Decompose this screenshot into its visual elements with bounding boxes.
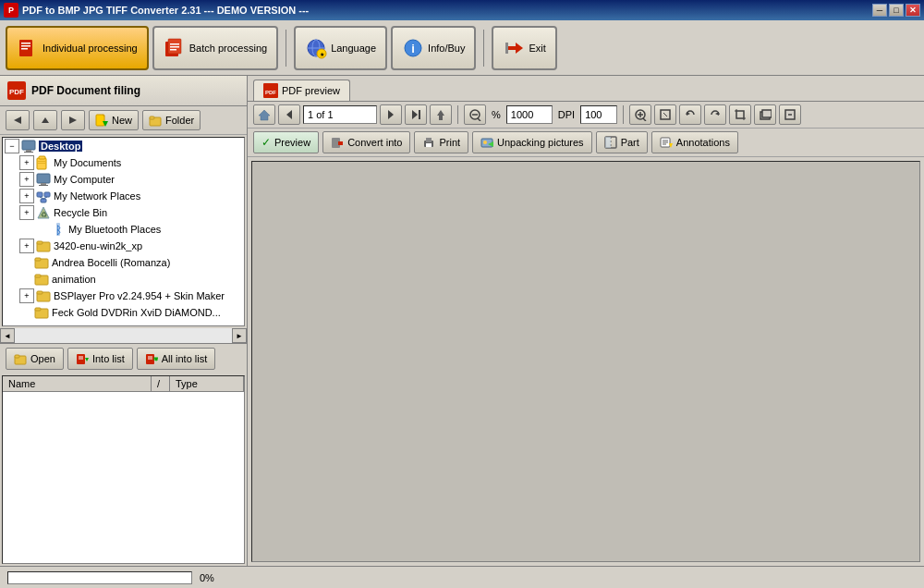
hscroll-track[interactable] [15,328,232,343]
tree-item-my-bluetooth-places[interactable]: ᛒ My Bluetooth Places [3,221,244,238]
file-tree[interactable]: − Desktop + [2,137,245,326]
file-list[interactable]: Name / Type [2,375,245,565]
tree-item-3420[interactable]: + 3420-enu-win2k_xp [3,238,244,254]
svg-rect-40 [44,192,50,197]
batch-processing-label: Batch processing [189,43,267,54]
svg-rect-6 [170,43,179,45]
svg-text:PDF: PDF [265,90,276,95]
hscroll-left-button[interactable]: ◄ [0,328,15,343]
my-network-places-icon [36,189,51,203]
tree-item-bsplayer[interactable]: + BSPlayer Pro v2.24.954 + Skin Maker [3,288,244,304]
tree-item-my-documents[interactable]: + My Documents [3,154,244,171]
expand-recycle-bin[interactable]: + [19,205,34,220]
expand-my-computer[interactable]: + [19,172,34,187]
sort-column-header[interactable]: / [152,376,170,391]
hscroll-right-button[interactable]: ► [232,328,247,343]
svg-rect-30 [26,150,31,152]
tree-item-animation[interactable]: animation [3,271,244,288]
minimize-button[interactable]: ─ [872,4,887,17]
into-list-button[interactable]: Into list [67,348,133,370]
expand-3420[interactable]: + [19,239,34,253]
svg-rect-37 [41,183,46,185]
svg-rect-51 [35,258,41,261]
infobuy-icon: i [402,37,424,59]
rotate-left-button[interactable] [679,104,701,125]
svg-text:i: i [411,42,415,55]
open-button[interactable]: Open [6,348,64,370]
my-network-places-label: My Network Places [54,190,140,202]
next-page-button[interactable] [380,104,402,125]
last-page-button[interactable] [405,104,427,125]
svg-marker-87 [715,112,719,116]
prev-page-button[interactable] [278,104,300,125]
unpacking-pictures-button[interactable]: Unpacking pictures [472,131,592,153]
expand-my-documents[interactable]: + [19,155,34,170]
crop-button[interactable] [729,104,751,125]
preview-button[interactable]: ✓ Preview [253,131,319,153]
infobuy-button[interactable]: i Info/Buy [391,26,476,70]
unpacking-icon [480,136,493,149]
download-button[interactable] [430,104,452,125]
pdf-preview-tab[interactable]: PDF PDF preview [253,80,350,101]
zoom-input[interactable]: 1000 [506,105,553,124]
title-bar-left: P PDF to BMP JPG TIFF Converter 2.31 ---… [4,3,309,18]
home-button[interactable] [253,104,275,125]
type-column-header[interactable]: Type [170,376,244,391]
svg-rect-7 [170,46,179,48]
nav-separator-2 [623,105,624,124]
3420-label: 3420-enu-win2k_xp [54,240,142,251]
dpi-input[interactable]: 100 [580,105,617,124]
up-button[interactable] [33,110,57,130]
annotations-button[interactable]: Annotations [651,131,738,153]
tree-item-my-network-places[interactable]: + My Network Places [3,188,244,204]
tree-item-my-computer[interactable]: + My Computer [3,171,244,188]
forward-button[interactable] [61,110,85,130]
zoom-in-button[interactable] [629,104,651,125]
convert-into-button[interactable]: Convert into [322,131,410,153]
individual-processing-button[interactable]: Individual processing [6,26,149,70]
tree-item-desktop[interactable]: − Desktop [3,138,244,154]
svg-rect-1 [21,43,30,44]
page-input[interactable] [303,105,377,124]
expand-my-network-places[interactable]: + [19,189,34,203]
close-button[interactable]: ✕ [906,4,920,17]
expand-bsplayer[interactable]: + [19,288,34,303]
my-computer-icon [36,172,51,187]
expand-button[interactable] [754,104,776,125]
all-into-list-button[interactable]: All into list [137,348,216,370]
tree-item-andrea-bocelli[interactable]: Andrea Bocelli (Romanza) [3,254,244,271]
new-button-label: New [112,115,132,126]
name-column-header[interactable]: Name [3,376,152,391]
print-button[interactable]: Print [414,131,468,153]
svg-marker-86 [687,112,690,116]
svg-marker-63 [85,358,89,361]
feck-gold-icon [34,305,49,320]
tree-item-recycle-bin[interactable]: + ♻ Recycle Bin [3,204,244,221]
rotate-right-button[interactable] [704,104,726,125]
tree-item-feck-gold[interactable]: Feck Gold DVDRin XviD DiAMOND... [3,304,244,321]
expand-desktop[interactable]: − [5,139,19,153]
folder-button[interactable]: Folder [142,110,201,130]
right-panel: PDF PDF preview [248,76,924,566]
svg-rect-35 [38,163,45,164]
annotations-icon [660,136,673,149]
window-title: PDF to BMP JPG TIFF Converter 2.31 --- D… [22,5,309,16]
my-documents-icon [36,155,51,170]
maximize-button[interactable]: □ [889,4,904,17]
zoom-out-button[interactable] [464,104,486,125]
part-button[interactable]: Part [596,131,648,153]
svg-rect-88 [736,111,744,118]
back-button[interactable] [6,110,30,130]
my-computer-label: My Computer [54,174,115,185]
preview-actions: ✓ Preview Convert into Print [248,129,924,157]
zoom-fit-button[interactable] [654,104,676,125]
new-button[interactable]: New [89,110,139,130]
batch-processing-button[interactable]: Batch processing [152,26,278,70]
left-hscroll[interactable]: ◄ ► [0,328,247,343]
exit-button[interactable]: Exit [492,26,556,70]
collapse-button[interactable] [779,104,801,125]
language-button[interactable]: ★ Language [294,26,387,70]
pdf-document-label: PDF Document filing [31,84,140,97]
print-icon [422,136,435,149]
preview-button-label: Preview [274,137,310,148]
